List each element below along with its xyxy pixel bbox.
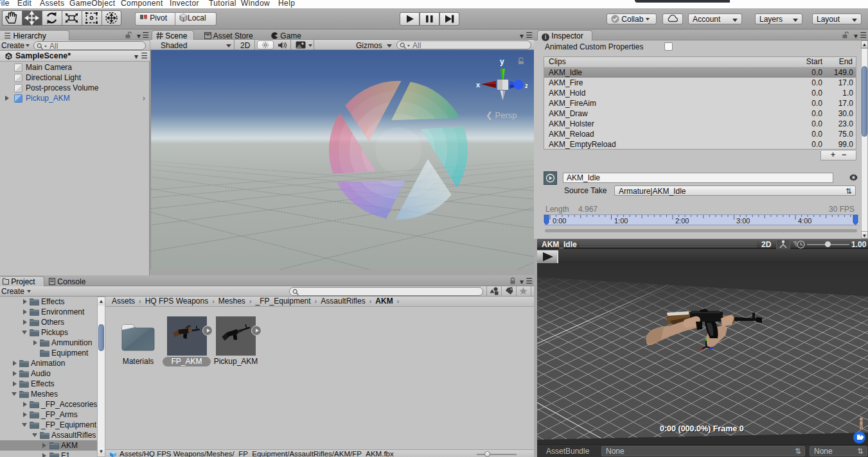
svg-text:x: x (476, 81, 481, 89)
svg-text:z: z (525, 82, 527, 89)
svg-text:y: y (500, 57, 504, 66)
